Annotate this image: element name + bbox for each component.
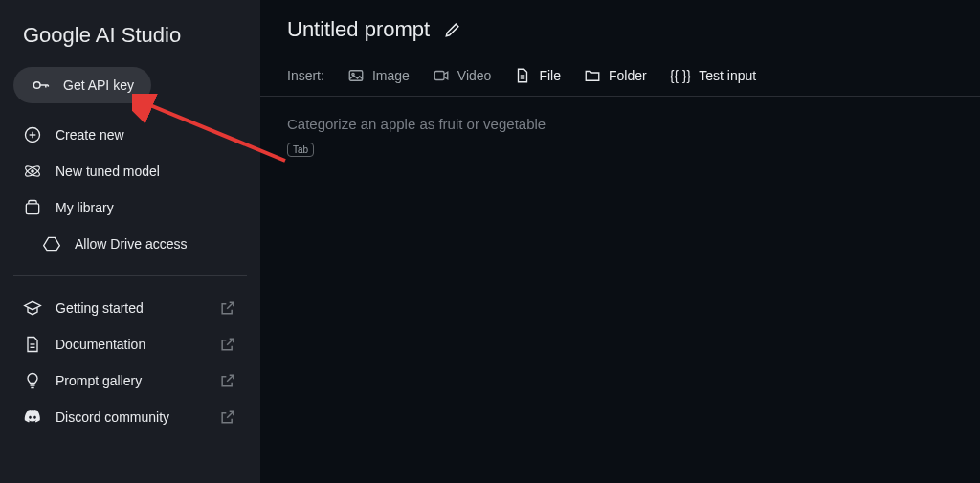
folder-icon: [584, 67, 601, 84]
insert-file-label: File: [539, 68, 561, 83]
tab-hint-badge: Tab: [287, 143, 314, 157]
sidebar: Google AI Studio Get API key Create new: [0, 0, 260, 483]
sidebar-item-label: Documentation: [56, 337, 145, 352]
insert-folder-label: Folder: [609, 68, 647, 83]
page-header: Untitled prompt: [260, 0, 980, 55]
edit-pencil-icon[interactable]: [443, 20, 462, 39]
insert-test-input-label: Test input: [699, 68, 756, 83]
image-icon: [347, 67, 365, 84]
external-link-icon: [218, 298, 237, 318]
discord-icon: [23, 407, 42, 427]
nav-divider: [13, 275, 247, 276]
svg-rect-15: [434, 72, 444, 80]
sidebar-item-label: Prompt gallery: [56, 373, 142, 388]
insert-image-button[interactable]: Image: [347, 67, 410, 84]
prompt-input-area[interactable]: Categorize an apple as fruit or vegetabl…: [260, 97, 980, 176]
insert-video-button[interactable]: Video: [433, 67, 492, 84]
insert-label: Insert:: [287, 68, 324, 83]
document-icon: [23, 335, 42, 354]
key-icon: [31, 76, 50, 95]
insert-test-input-button[interactable]: {{ }} Test input: [670, 68, 757, 83]
lightbulb-icon: [23, 371, 42, 390]
sidebar-item-getting-started[interactable]: Getting started: [13, 290, 247, 326]
svg-point-0: [33, 82, 40, 89]
atom-icon: [23, 162, 42, 181]
sidebar-item-new-tuned-model[interactable]: New tuned model: [13, 153, 247, 189]
brackets-icon: {{ }}: [670, 68, 692, 83]
sidebar-item-create-new[interactable]: Create new: [13, 117, 247, 153]
insert-image-label: Image: [372, 68, 410, 83]
plus-circle-icon: [23, 125, 42, 144]
external-link-icon: [218, 371, 237, 390]
sidebar-item-prompt-gallery[interactable]: Prompt gallery: [13, 362, 247, 399]
main-area: Untitled prompt Insert: Image: [260, 0, 980, 483]
insert-video-label: Video: [457, 68, 492, 83]
sidebar-item-documentation[interactable]: Documentation: [13, 326, 247, 362]
file-icon: [514, 67, 531, 84]
external-link-icon: [218, 407, 237, 427]
sidebar-item-allow-drive-access[interactable]: Allow Drive access: [13, 226, 247, 262]
sidebar-item-label: Allow Drive access: [75, 236, 187, 252]
get-api-key-button[interactable]: Get API key: [13, 67, 151, 103]
svg-rect-13: [349, 71, 363, 81]
insert-toolbar: Insert: Image Video: [260, 55, 980, 97]
external-link-icon: [218, 335, 237, 354]
drive-icon: [42, 234, 61, 253]
prompt-placeholder: Categorize an apple as fruit or vegetabl…: [287, 116, 953, 132]
page-title: Untitled prompt: [287, 17, 430, 42]
sidebar-item-label: Getting started: [56, 300, 144, 316]
sidebar-item-my-library[interactable]: My library: [13, 189, 247, 226]
library-icon: [23, 198, 42, 217]
svg-point-9: [32, 170, 34, 173]
sidebar-item-label: My library: [56, 200, 114, 215]
sidebar-item-label: Discord community: [56, 409, 169, 425]
sidebar-item-label: Create new: [56, 127, 124, 143]
app-logo: Google AI Studio: [13, 17, 247, 67]
video-icon: [433, 67, 450, 84]
graduation-cap-icon: [23, 298, 42, 318]
get-api-key-label: Get API key: [63, 77, 134, 93]
svg-rect-10: [26, 204, 38, 214]
insert-folder-button[interactable]: Folder: [584, 67, 647, 84]
insert-file-button[interactable]: File: [514, 67, 561, 84]
sidebar-item-discord-community[interactable]: Discord community: [13, 399, 247, 435]
sidebar-item-label: New tuned model: [56, 164, 160, 179]
